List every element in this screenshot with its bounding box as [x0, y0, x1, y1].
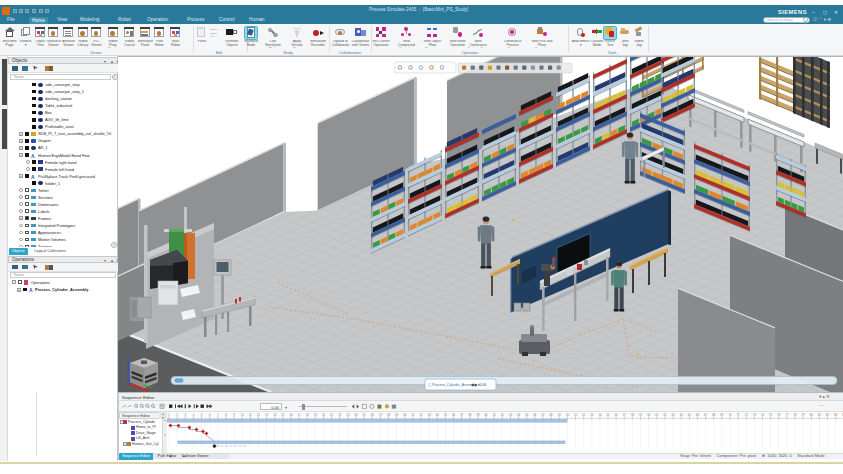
svg-text:17: 17: [298, 413, 301, 417]
svg-text:47: 47: [542, 413, 545, 417]
svg-text:23: 23: [346, 413, 349, 417]
svg-text:77: 77: [785, 413, 788, 417]
svg-text:73: 73: [753, 413, 756, 417]
svg-text:55: 55: [607, 413, 610, 417]
svg-text:81: 81: [818, 413, 821, 417]
svg-text:44: 44: [517, 413, 520, 417]
svg-text:31: 31: [411, 413, 414, 417]
svg-text:11: 11: [249, 413, 252, 417]
svg-text:34: 34: [436, 413, 439, 417]
svg-text:26: 26: [371, 413, 374, 417]
svg-text:37: 37: [460, 413, 463, 417]
svg-text:33: 33: [428, 413, 431, 417]
svg-text:27: 27: [379, 413, 382, 417]
svg-text:51: 51: [574, 413, 577, 417]
svg-text:41: 41: [493, 413, 496, 417]
svg-text:74: 74: [761, 413, 764, 417]
svg-text:15: 15: [281, 413, 284, 417]
svg-text:29: 29: [395, 413, 398, 417]
svg-text:28: 28: [387, 413, 390, 417]
svg-text:21: 21: [330, 413, 333, 417]
svg-text:42: 42: [501, 413, 504, 417]
svg-text:18: 18: [306, 413, 309, 417]
svg-text:13: 13: [265, 413, 268, 417]
svg-text:66: 66: [696, 413, 699, 417]
svg-text:45: 45: [525, 413, 528, 417]
svg-text:64: 64: [680, 413, 683, 417]
svg-text:57: 57: [623, 413, 626, 417]
svg-text:35: 35: [444, 413, 447, 417]
svg-text:36: 36: [452, 413, 455, 417]
svg-text:70: 70: [729, 413, 732, 417]
svg-text:72: 72: [745, 413, 748, 417]
svg-text:52: 52: [582, 413, 585, 417]
svg-text:78: 78: [794, 413, 797, 417]
svg-text:71: 71: [737, 413, 740, 417]
svg-text:67: 67: [704, 413, 707, 417]
svg-text:25: 25: [363, 413, 366, 417]
svg-text:38: 38: [468, 413, 471, 417]
svg-text:58: 58: [631, 413, 634, 417]
svg-text:22: 22: [338, 413, 341, 417]
svg-text:20: 20: [322, 413, 325, 417]
svg-text:16: 16: [289, 413, 292, 417]
svg-text:32: 32: [420, 413, 423, 417]
svg-text:83: 83: [834, 413, 837, 417]
svg-text:54: 54: [598, 413, 601, 417]
svg-text:79: 79: [802, 413, 805, 417]
svg-text:19: 19: [314, 413, 317, 417]
svg-text:61: 61: [655, 413, 658, 417]
svg-text:48: 48: [550, 413, 553, 417]
svg-text:14: 14: [273, 413, 276, 417]
svg-text:76: 76: [777, 413, 780, 417]
svg-text:56: 56: [615, 413, 618, 417]
svg-text:75: 75: [769, 413, 772, 417]
svg-text:62: 62: [663, 413, 666, 417]
svg-text:68: 68: [712, 413, 715, 417]
svg-text:49: 49: [558, 413, 561, 417]
svg-text:82: 82: [826, 413, 829, 417]
svg-text:10: 10: [241, 413, 244, 417]
svg-text:46: 46: [533, 413, 536, 417]
svg-text:24: 24: [355, 413, 358, 417]
svg-text:39: 39: [476, 413, 479, 417]
svg-text:60: 60: [647, 413, 650, 417]
svg-text:69: 69: [720, 413, 723, 417]
svg-text:12: 12: [257, 413, 260, 417]
svg-text:80: 80: [810, 413, 813, 417]
svg-text:63: 63: [672, 413, 675, 417]
svg-text:◀ ▶ 0.00: ◀ ▶ 0.00: [471, 383, 486, 387]
svg-text:40: 40: [485, 413, 488, 417]
svg-text:30: 30: [403, 413, 406, 417]
svg-text:65: 65: [688, 413, 691, 417]
svg-text:43: 43: [509, 413, 512, 417]
svg-text:50: 50: [566, 413, 569, 417]
svg-text:59: 59: [639, 413, 642, 417]
svg-text:53: 53: [590, 413, 593, 417]
